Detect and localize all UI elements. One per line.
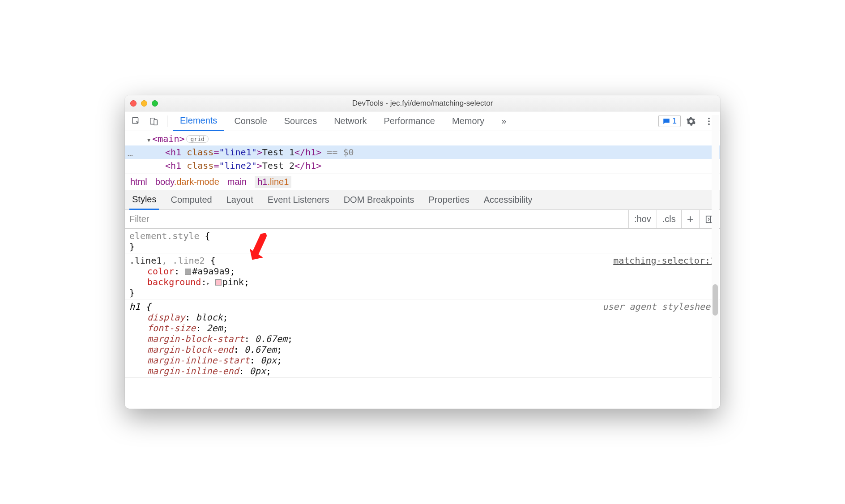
gutter-ellipsis[interactable]: … <box>128 146 133 160</box>
dom-tree[interactable]: … ▼<main>grid <h1 class="line1">Test 1</… <box>125 131 720 174</box>
svg-point-3 <box>708 117 710 119</box>
styles-panel: element.style { } matching-selector:1 .l… <box>125 229 720 409</box>
zoom-window-button[interactable] <box>152 100 158 107</box>
breadcrumb: html body.dark-mode main h1.line1 <box>125 174 720 190</box>
color-swatch-icon[interactable] <box>185 269 191 275</box>
crumb-current[interactable]: h1.line1 <box>255 176 291 188</box>
dom-node-main[interactable]: ▼<main>grid <box>125 132 720 145</box>
close-window-button[interactable] <box>130 100 137 107</box>
styles-toolbar: Filter :hov .cls + <box>125 210 720 229</box>
rule-source-ua: user agent stylesheet <box>602 301 716 312</box>
dom-node-h1-line1[interactable]: <h1 class="line1">Test 1</h1> == $0 <box>125 145 720 159</box>
styles-tabbar: Styles Computed Layout Event Listeners D… <box>125 190 720 210</box>
issues-count: 1 <box>672 116 677 126</box>
css-declaration: margin-inline-end: 0px; <box>129 366 716 376</box>
minimize-window-button[interactable] <box>141 100 147 107</box>
css-declaration: margin-block-start: 0.67em; <box>129 333 716 344</box>
new-rule-button[interactable]: + <box>681 210 699 228</box>
tab-memory[interactable]: Memory <box>445 111 491 131</box>
filter-input[interactable]: Filter <box>125 214 628 224</box>
css-declaration: margin-block-end: 0.67em; <box>129 344 716 355</box>
inspect-element-icon[interactable] <box>128 114 144 129</box>
svg-point-4 <box>708 120 710 122</box>
css-declaration: font-size: 2em; <box>129 323 716 333</box>
window-title: DevTools - jec.fyi/demo/matching-selecto… <box>125 99 720 108</box>
css-declaration: display: block; <box>129 312 716 323</box>
settings-icon[interactable] <box>683 114 699 129</box>
window-controls <box>130 100 158 107</box>
crumb-html[interactable]: html <box>130 177 147 187</box>
device-toggle-icon[interactable] <box>146 114 162 129</box>
expand-shorthand-icon[interactable]: ▸ <box>206 280 209 286</box>
tab-elements[interactable]: Elements <box>173 111 224 131</box>
color-swatch-icon[interactable] <box>215 279 222 286</box>
issues-badge[interactable]: 1 <box>658 115 681 127</box>
tab-console[interactable]: Console <box>227 111 274 131</box>
css-declaration[interactable]: color: #a9a9a9; <box>129 266 716 277</box>
dom-node-h1-line2[interactable]: <h1 class="line2">Test 2</h1> <box>125 159 720 172</box>
svg-point-5 <box>708 123 710 125</box>
crumb-main[interactable]: main <box>227 177 247 187</box>
tab-performance[interactable]: Performance <box>377 111 443 131</box>
subtab-properties[interactable]: Properties <box>426 190 472 210</box>
titlebar: DevTools - jec.fyi/demo/matching-selecto… <box>125 95 720 111</box>
rule-line1-line2[interactable]: matching-selector:1 .line1, .line2 { col… <box>125 253 720 299</box>
crumb-body[interactable]: body.dark-mode <box>155 177 219 187</box>
css-declaration: margin-inline-start: 0px; <box>129 355 716 366</box>
svg-rect-2 <box>154 120 157 125</box>
rule-source-link[interactable]: matching-selector:1 <box>613 255 716 266</box>
cls-toggle[interactable]: .cls <box>657 210 681 228</box>
subtab-styles[interactable]: Styles <box>129 190 159 210</box>
subtab-event-listeners[interactable]: Event Listeners <box>265 190 332 210</box>
tabs-overflow[interactable]: » <box>494 111 513 131</box>
message-icon <box>662 117 670 125</box>
devtools-window: DevTools - jec.fyi/demo/matching-selecto… <box>125 95 720 409</box>
css-declaration[interactable]: background:▸ pink; <box>129 277 716 287</box>
main-tabbar: Elements Console Sources Network Perform… <box>125 111 720 131</box>
divider <box>167 115 167 127</box>
subtab-layout[interactable]: Layout <box>224 190 256 210</box>
rule-element-style[interactable]: element.style { } <box>125 229 720 253</box>
subtab-accessibility[interactable]: Accessibility <box>481 190 535 210</box>
scrollbar[interactable] <box>712 115 719 409</box>
tab-sources[interactable]: Sources <box>277 111 324 131</box>
rule-user-agent-h1[interactable]: user agent stylesheet h1 { display: bloc… <box>125 299 720 378</box>
expand-triangle-icon[interactable]: ▼ <box>147 137 150 143</box>
hov-toggle[interactable]: :hov <box>628 210 657 228</box>
grid-badge[interactable]: grid <box>186 135 208 143</box>
subtab-computed[interactable]: Computed <box>168 190 214 210</box>
tab-network[interactable]: Network <box>327 111 374 131</box>
subtab-dom-breakpoints[interactable]: DOM Breakpoints <box>341 190 417 210</box>
scrollbar-thumb[interactable] <box>713 284 718 316</box>
